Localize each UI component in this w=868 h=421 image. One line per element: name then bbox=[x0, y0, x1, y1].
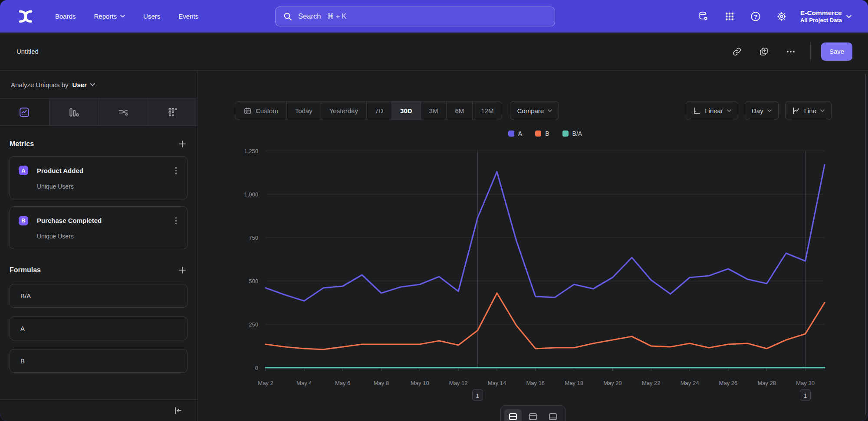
save-button[interactable]: Save bbox=[821, 42, 852, 61]
split-view-icon[interactable] bbox=[504, 409, 522, 421]
metric-badge: A bbox=[19, 166, 28, 175]
metric-name: Product Added bbox=[37, 167, 83, 174]
legend-item-a[interactable]: A bbox=[508, 130, 522, 137]
range-today[interactable]: Today bbox=[286, 101, 321, 120]
scale-dropdown[interactable]: Linear bbox=[686, 101, 738, 120]
tab-funnel-bars[interactable] bbox=[49, 99, 99, 125]
range-custom[interactable]: Custom bbox=[235, 101, 286, 120]
nav-item-reports[interactable]: Reports bbox=[85, 8, 135, 24]
tab-flow[interactable] bbox=[99, 99, 148, 125]
range-3m[interactable]: 3M bbox=[421, 101, 447, 120]
chevron-down-icon bbox=[727, 109, 731, 112]
tab-retention-grid[interactable] bbox=[148, 99, 197, 125]
linear-axis-icon bbox=[693, 107, 701, 115]
nav-item-label: Boards bbox=[55, 13, 76, 20]
formula-card[interactable]: A bbox=[10, 317, 187, 340]
svg-text:May 18: May 18 bbox=[565, 380, 583, 386]
legend-label: B/A bbox=[572, 130, 582, 137]
help-icon[interactable]: ? bbox=[750, 11, 761, 22]
analyze-by-value[interactable]: User bbox=[72, 81, 87, 88]
project-name: E-Commerce bbox=[800, 9, 842, 17]
more-icon[interactable] bbox=[784, 45, 797, 58]
legend-item-ba[interactable]: B/A bbox=[562, 130, 582, 137]
svg-text:0: 0 bbox=[255, 365, 258, 371]
chart-type-tabs bbox=[0, 99, 197, 126]
content-row: Analyze Uniques by User bbox=[0, 71, 868, 421]
range-12m[interactable]: 12M bbox=[472, 101, 502, 120]
range-label: 6M bbox=[455, 107, 464, 114]
report-actions: Save bbox=[717, 42, 852, 61]
chart-panel: Custom Today Yesterday 7D 30D 3M 6M 12M … bbox=[197, 71, 868, 421]
metric-badge: B bbox=[19, 216, 28, 225]
search-input[interactable]: Search ⌘ + K bbox=[275, 7, 555, 26]
chart-view-icon[interactable] bbox=[524, 409, 542, 421]
scale-label: Linear bbox=[705, 107, 723, 114]
collapse-sidebar-icon[interactable] bbox=[174, 406, 182, 415]
svg-text:250: 250 bbox=[249, 321, 258, 328]
nav-item-users[interactable]: Users bbox=[134, 8, 169, 24]
metric-aggregation[interactable]: Unique Users bbox=[37, 183, 178, 190]
data-catalog-icon[interactable] bbox=[698, 11, 709, 22]
apps-grid-icon[interactable] bbox=[724, 11, 735, 22]
compare-button[interactable]: Compare bbox=[510, 101, 559, 120]
range-label: 3M bbox=[429, 107, 438, 114]
nav-item-label: Reports bbox=[94, 13, 117, 20]
metric-aggregation[interactable]: Unique Users bbox=[37, 233, 178, 240]
formulas-header: Formulas bbox=[10, 265, 187, 275]
range-label: Custom bbox=[256, 107, 278, 114]
chart-type-dropdown[interactable]: Line bbox=[785, 101, 832, 120]
range-yesterday[interactable]: Yesterday bbox=[321, 101, 366, 120]
report-title[interactable]: Untitled bbox=[16, 48, 39, 55]
project-selector[interactable]: E-Commerce All Project Data bbox=[800, 9, 852, 24]
svg-text:May 8: May 8 bbox=[374, 380, 389, 386]
range-6m[interactable]: 6M bbox=[446, 101, 472, 120]
svg-text:May 2: May 2 bbox=[258, 380, 273, 386]
svg-text:1,250: 1,250 bbox=[244, 148, 258, 154]
copy-add-icon[interactable] bbox=[757, 45, 770, 58]
svg-text:500: 500 bbox=[249, 278, 258, 284]
metric-menu-icon[interactable] bbox=[174, 215, 179, 226]
analyze-by-header: Analyze Uniques by User bbox=[0, 71, 197, 99]
chart-toolbar: Custom Today Yesterday 7D 30D 3M 6M 12M … bbox=[235, 101, 832, 120]
svg-text:May 6: May 6 bbox=[335, 380, 350, 386]
formula-card[interactable]: B bbox=[10, 349, 187, 373]
chevron-down-icon bbox=[820, 109, 825, 112]
project-scope: All Project Data bbox=[800, 17, 842, 24]
legend-item-b[interactable]: B bbox=[535, 130, 549, 137]
nav-right-group: ? E-Commerce All Project Data bbox=[683, 9, 852, 24]
metric-card-b[interactable]: B Purchase Completed Unique Users bbox=[10, 206, 187, 250]
range-label: 7D bbox=[375, 107, 383, 114]
add-metric-button[interactable] bbox=[177, 139, 187, 149]
line-chart-icon bbox=[792, 107, 800, 115]
range-7d[interactable]: 7D bbox=[366, 101, 391, 120]
sidebar-sections: Metrics A Product Added Unique Users bbox=[0, 126, 197, 399]
legend-swatch-b bbox=[535, 131, 541, 137]
nav-item-events[interactable]: Events bbox=[169, 8, 207, 24]
interval-dropdown[interactable]: Day bbox=[745, 101, 779, 120]
metric-name: Purchase Completed bbox=[37, 217, 102, 224]
formula-card[interactable]: B/A bbox=[10, 284, 187, 308]
compare-label: Compare bbox=[517, 107, 544, 114]
legend-swatch-ba bbox=[562, 131, 569, 137]
svg-text:May 28: May 28 bbox=[757, 380, 776, 386]
metric-card-a[interactable]: A Product Added Unique Users bbox=[10, 156, 187, 199]
search-placeholder: Search bbox=[298, 12, 321, 20]
chart-type-label: Line bbox=[804, 107, 816, 114]
tab-insights-line[interactable] bbox=[0, 99, 49, 125]
metrics-line-chart[interactable]: 02505007501,0001,250May 2May 4May 6May 8… bbox=[206, 147, 851, 408]
range-label: Yesterday bbox=[329, 107, 358, 114]
chevron-down-icon[interactable] bbox=[90, 83, 95, 86]
mixpanel-logo-icon[interactable] bbox=[17, 8, 34, 25]
svg-text:May 10: May 10 bbox=[411, 380, 429, 386]
link-icon[interactable] bbox=[730, 45, 743, 58]
date-range-control: Custom Today Yesterday 7D 30D 3M 6M 12M bbox=[235, 101, 502, 120]
settings-icon[interactable] bbox=[776, 11, 787, 22]
metric-menu-icon[interactable] bbox=[174, 165, 179, 176]
table-view-icon[interactable] bbox=[544, 409, 562, 421]
svg-text:May 20: May 20 bbox=[603, 380, 622, 386]
range-label: 30D bbox=[400, 107, 412, 114]
nav-menu: Boards Reports Users Events bbox=[46, 8, 207, 24]
add-formula-button[interactable] bbox=[177, 265, 187, 275]
range-30d[interactable]: 30D bbox=[391, 101, 421, 120]
nav-item-boards[interactable]: Boards bbox=[46, 8, 85, 24]
